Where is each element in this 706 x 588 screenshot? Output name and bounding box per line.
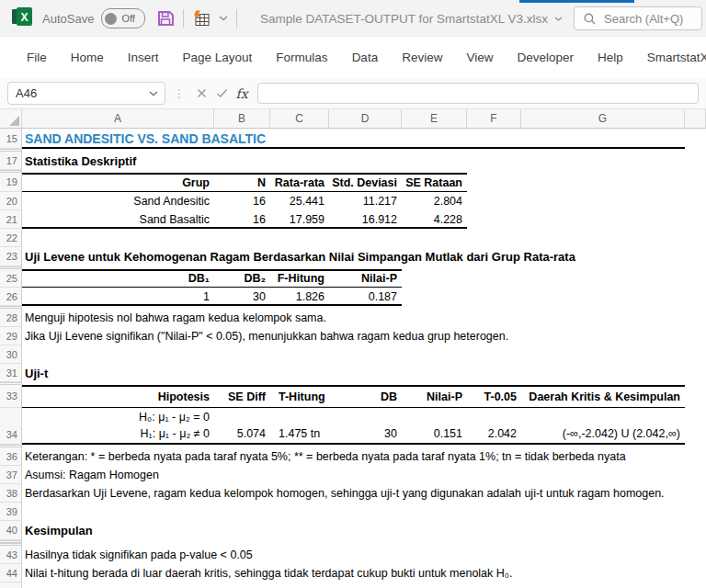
tab-insert[interactable]: Insert (116, 51, 171, 64)
row-header-39[interactable]: 39 (0, 503, 22, 521)
row-header-17[interactable]: 17 (0, 152, 22, 170)
column-header-a[interactable]: A (22, 109, 214, 128)
column-header-c[interactable]: C (270, 109, 329, 128)
conclusion-significance[interactable]: Hasilnya tidak signifikan pada p-value <… (22, 546, 706, 564)
column-header-partial[interactable] (685, 109, 706, 128)
section-heading-levene-test[interactable]: Uji Levene untuk Kehomogenan Ragam Berda… (22, 247, 706, 266)
row-header-22[interactable]: 22 (0, 229, 22, 247)
ttest-header-hipotesis[interactable]: Hipotesis (22, 385, 214, 408)
save-icon[interactable] (156, 9, 175, 28)
ttest-header-se-diff[interactable]: SE Diff (214, 385, 270, 408)
stats-cell-n[interactable]: 16 (214, 192, 270, 210)
levene-header-db2[interactable]: DB₂ (214, 269, 270, 288)
column-header-g[interactable]: G (521, 109, 685, 128)
stats-cell-group-basaltic[interactable]: Sand Basaltic (22, 210, 214, 229)
sheet-title-cell[interactable]: SAND ANDESITIC VS. SAND BASALTIC (22, 129, 706, 149)
document-title[interactable]: Sample DATASET-OUTPUT for SmartstatXL V3… (260, 0, 563, 37)
ttest-cell-nilai-p[interactable]: 0.151 (402, 408, 467, 445)
enter-check-icon[interactable] (211, 84, 232, 104)
name-box-chevron-down-icon[interactable] (149, 91, 158, 96)
note-keterangan[interactable]: Keterangan: * = berbeda nyata pada taraf… (22, 447, 706, 466)
stats-cell-mean[interactable]: 25.441 (270, 192, 329, 210)
row-header-31[interactable]: 31 (0, 364, 22, 382)
row-header-15[interactable]: 15 (0, 129, 22, 149)
tab-developer[interactable]: Developer (505, 51, 586, 64)
tab-smartstatxl[interactable]: SmartstatXL (635, 51, 706, 64)
column-header-f[interactable]: F (467, 109, 521, 128)
autosave-toggle[interactable]: Off (101, 8, 145, 28)
row-header-34[interactable]: 34 (0, 408, 22, 445)
row-header-20[interactable]: 20 (0, 192, 22, 210)
row-header-21[interactable]: 21 (0, 210, 22, 229)
tab-home[interactable]: Home (59, 51, 116, 64)
row-header-30[interactable]: 30 (0, 345, 22, 364)
levene-header-db1[interactable]: DB₁ (22, 269, 214, 288)
stats-cell-group-andesitic[interactable]: Sand Andesitic (22, 192, 214, 210)
row-header-29[interactable]: 29 (0, 327, 22, 345)
row-header-19[interactable]: 19 (0, 173, 22, 192)
ttest-header-nilai-p[interactable]: Nilai-P (402, 385, 467, 408)
quick-analysis-icon[interactable] (192, 10, 211, 28)
stats-cell-stddev[interactable]: 11.217 (329, 192, 402, 210)
tab-review[interactable]: Review (390, 51, 454, 64)
note-levene-significance[interactable]: Jika Uji Levene signifikan ("Nilai-P" < … (22, 327, 706, 345)
row-header-37[interactable]: 37 (0, 466, 22, 484)
stats-header-grup[interactable]: Grup (22, 173, 214, 192)
stats-header-std-deviasi[interactable]: Std. Deviasi (329, 173, 402, 192)
formula-bar-grip[interactable]: ⋮ (174, 87, 185, 100)
select-all-corner[interactable] (0, 109, 22, 128)
levene-cell-nilai-p[interactable]: 0.187 (329, 288, 402, 306)
stats-header-n[interactable]: N (214, 173, 270, 192)
excel-app-icon[interactable]: X (12, 7, 32, 29)
stats-cell-stddev[interactable]: 16.912 (329, 210, 402, 229)
levene-cell-db1[interactable]: 1 (22, 288, 214, 306)
note-null-hypothesis[interactable]: Menguji hipotesis nol bahwa ragam kedua … (22, 309, 706, 327)
stats-header-rata-rata[interactable]: Rata-rata (270, 173, 329, 192)
tab-file[interactable]: File (15, 51, 59, 64)
ttest-header-t-hitung[interactable]: T-Hitung (270, 385, 329, 408)
row-header-36[interactable]: 36 (0, 447, 22, 466)
column-header-b[interactable]: B (214, 109, 270, 128)
row-header-33[interactable]: 33 (0, 385, 22, 408)
row-header-28[interactable]: 28 (0, 309, 22, 327)
stats-cell-se[interactable]: 2.804 (402, 192, 467, 210)
ttest-cell-hypotheses[interactable]: H₀: μ₁ - μ₂ = 0 H₁: μ₁ - μ₂ ≠ 0 (22, 408, 214, 445)
tab-data[interactable]: Data (340, 51, 391, 64)
row-header-38[interactable]: 38 (0, 484, 22, 503)
levene-cell-f-hitung[interactable]: 1.826 (270, 288, 329, 306)
title-dropdown-chevron-icon[interactable] (554, 17, 563, 21)
ttest-cell-db[interactable]: 30 (329, 408, 402, 445)
tab-help[interactable]: Help (586, 51, 635, 64)
tab-page-layout[interactable]: Page Layout (171, 51, 265, 64)
levene-header-nilai-p[interactable]: Nilai-P (329, 269, 402, 288)
row-header-45-partial[interactable] (0, 582, 22, 588)
column-header-e[interactable]: E (402, 109, 467, 128)
stats-cell-se[interactable]: 4.228 (402, 210, 467, 229)
row-header-25[interactable]: 25 (0, 269, 22, 288)
name-box[interactable]: A46 (7, 82, 165, 105)
row-header-26[interactable]: 26 (0, 288, 22, 306)
stats-header-se-rataan[interactable]: SE Rataan (402, 173, 467, 192)
note-asumsi[interactable]: Asumsi: Ragam Homogen (22, 466, 706, 484)
quick-access-chevron-down-icon[interactable] (219, 16, 228, 21)
ttest-cell-se-diff[interactable]: 5.074 (214, 408, 270, 445)
section-heading-kesimpulan[interactable]: Kesimpulan (22, 521, 706, 540)
ttest-header-daerah-kritis[interactable]: Daerah Kritis & Kesimpulan (521, 385, 685, 408)
stats-cell-mean[interactable]: 17.959 (270, 210, 329, 229)
ttest-header-t-005[interactable]: T-0.05 (467, 385, 521, 408)
ttest-header-db[interactable]: DB (329, 385, 402, 408)
row-header-44[interactable]: 44 (0, 564, 22, 582)
insert-function-icon[interactable]: fx (232, 84, 252, 104)
levene-cell-db2[interactable]: 30 (214, 288, 270, 306)
row-header-23[interactable]: 23 (0, 247, 22, 266)
cancel-icon[interactable] (191, 84, 211, 104)
search-input[interactable]: Search (Alt+Q) (574, 6, 702, 30)
ttest-cell-t-hitung[interactable]: 1.475 tn (270, 408, 329, 445)
section-heading-t-test[interactable]: Uji-t (22, 364, 706, 382)
levene-header-f-hitung[interactable]: F-Hitung (270, 269, 329, 288)
stats-cell-n[interactable]: 16 (214, 210, 270, 229)
ttest-cell-t-005[interactable]: 2.042 (467, 408, 521, 445)
column-header-d[interactable]: D (329, 109, 402, 128)
ttest-cell-critical-region[interactable]: (-∞,-2.042) U (2.042,∞) (521, 408, 685, 445)
formula-input[interactable] (257, 83, 699, 104)
